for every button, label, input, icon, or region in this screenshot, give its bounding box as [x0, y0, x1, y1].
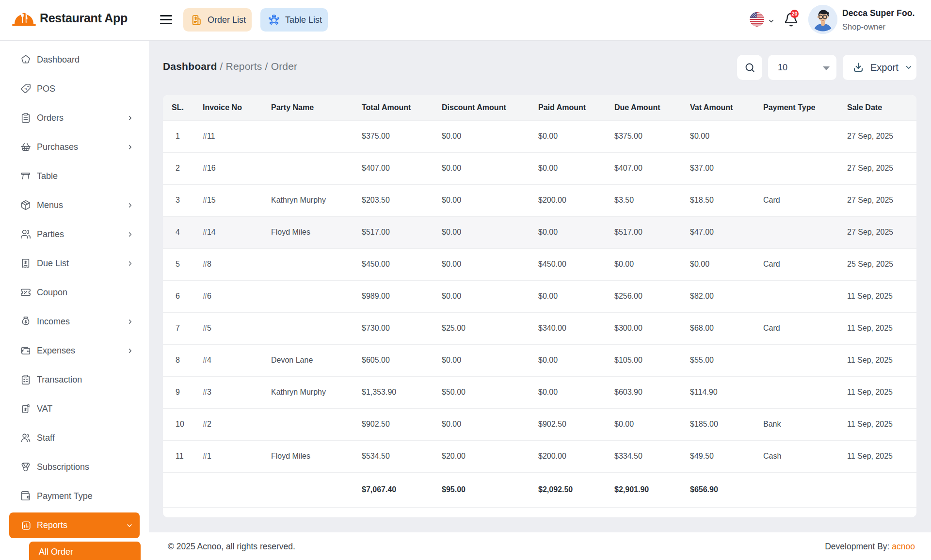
svg-text:$: $: [24, 87, 28, 91]
